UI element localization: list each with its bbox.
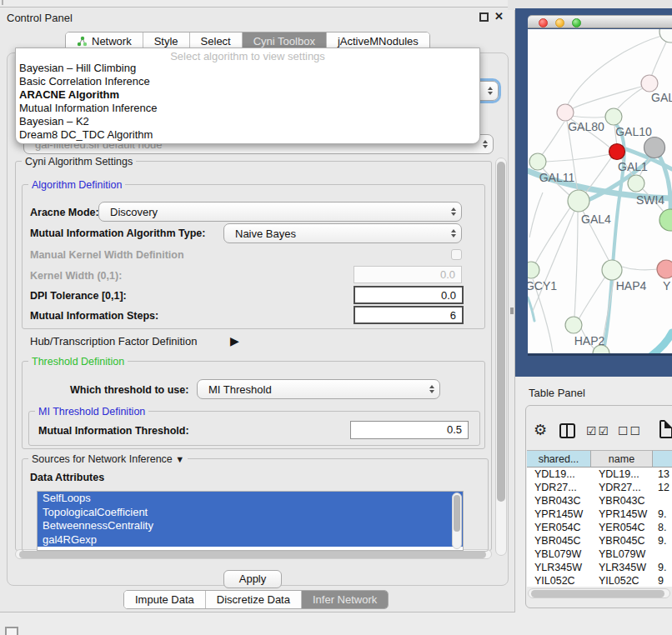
cell: YBR045C [591, 534, 653, 548]
dropdown-hint: Select algorithm to view settings [16, 50, 479, 62]
aracne-mode-combobox[interactable]: Discovery [98, 202, 462, 222]
table-body[interactable]: YDL19...YDL19...13 YDR27...YDR27...12 YB… [527, 468, 672, 587]
mi-algorithm-type-combobox[interactable]: Naive Bayes [223, 223, 462, 243]
column-header-shared-name[interactable]: shared... [527, 450, 591, 468]
tab-infer-network-label: Infer Network [313, 591, 377, 608]
screen: Control Panel ✕ Network Style Select Cyn… [0, 0, 672, 635]
node-hap2[interactable] [565, 317, 582, 333]
cell: YDR27... [591, 481, 653, 494]
table-row[interactable]: YBL079WYBL079W [527, 548, 672, 561]
combo-stepper-icon [478, 140, 493, 148]
collapse-arrow-icon[interactable]: ▼ [175, 454, 184, 464]
attribute-list-scrollbar[interactable] [452, 492, 462, 549]
table-row[interactable]: YIL052CYIL052C9 [527, 574, 672, 587]
hub-definition-label[interactable]: Hub/Transcription Factor Definition [30, 335, 197, 348]
dropdown-item[interactable]: Basic Correlation Inference [19, 75, 150, 88]
table-row[interactable]: YER054CYER054C8. [527, 521, 672, 534]
node-gal80[interactable] [557, 104, 574, 121]
column-header-partial[interactable] [653, 450, 672, 468]
column-header-name[interactable]: name [591, 450, 653, 468]
bottom-left-partial-icon[interactable] [5, 627, 18, 635]
manual-kernel-width-checkbox[interactable] [451, 249, 462, 260]
data-attributes-label: Data Attributes [30, 472, 104, 483]
table-row[interactable]: YLR345WYLR345W9. [527, 561, 672, 574]
mi-threshold-label: Mutual Information Threshold: [38, 425, 189, 437]
gear-icon[interactable]: ⚙ [534, 421, 547, 439]
node-label: HAP2 [574, 334, 605, 348]
list-item[interactable]: SelfLoops [38, 492, 463, 506]
table-row[interactable]: YBR043CYBR043C [527, 494, 672, 508]
mi-type-label: Mutual Information Algorithm Type: [30, 228, 205, 239]
list-item[interactable]: gal4RGexp [38, 533, 463, 548]
scrollbar-thumb[interactable] [531, 590, 664, 598]
settings-vertical-scrollbar[interactable] [495, 158, 507, 556]
import-table-icon[interactable] [659, 420, 672, 438]
dropdown-item[interactable]: Dream8 DC_TDC Algorithm [19, 128, 153, 141]
float-panel-icon[interactable] [479, 12, 489, 22]
zoom-traffic-light-icon[interactable] [572, 18, 581, 28]
scrollbar-thumb[interactable] [454, 495, 460, 532]
node-gcy1[interactable] [528, 262, 539, 278]
network-heavy-edges [528, 123, 672, 353]
mi-threshold-field[interactable]: 0.5 [350, 421, 469, 439]
data-attributes-list[interactable]: SelfLoops TopologicalCoefficient Between… [37, 491, 464, 551]
select-all-checkbox-icon[interactable]: ☑☑ [586, 424, 610, 438]
table-horizontal-scrollbar[interactable] [528, 588, 670, 598]
manual-kernel-width-label: Manual Kernel Width Definition [30, 249, 184, 261]
list-item[interactable]: TopologicalCoefficient [38, 506, 463, 520]
node-label: Y [663, 279, 671, 292]
cell: YPR145W [527, 508, 591, 521]
splitter-handle[interactable] [510, 308, 514, 314]
node-salmon[interactable] [657, 260, 672, 278]
aracne-mode-label: Aracne Mode: [30, 207, 99, 218]
deselect-all-checkbox-icon[interactable]: ☐☐ [618, 424, 642, 438]
close-traffic-light-icon[interactable] [539, 18, 548, 28]
cell: YBR043C [591, 494, 653, 508]
cell: YDR27... [527, 481, 591, 494]
combo-stepper-icon [446, 229, 461, 238]
tab-discretize-data[interactable]: Discretize Data [205, 591, 301, 608]
dropdown-item-selected[interactable]: ARACNE Algorithm [19, 88, 119, 101]
node-gal11[interactable] [529, 153, 546, 170]
dropdown-item[interactable]: Bayesian – K2 [19, 115, 89, 128]
node-partial-top[interactable] [659, 29, 672, 42]
table-row[interactable]: YPR145WYPR145W9. [527, 508, 672, 521]
node-bright-green[interactable] [659, 209, 672, 231]
scrollbar-thumb[interactable] [497, 162, 505, 502]
dropdown-item[interactable]: Bayesian – Hill Climbing [19, 62, 136, 74]
combo-stepper-icon [424, 385, 439, 393]
close-icon[interactable]: ✕ [494, 10, 504, 22]
split-panel-icon[interactable] [559, 423, 575, 438]
mi-steps-field[interactable]: 6 [354, 306, 464, 324]
expand-arrow-icon[interactable]: ▶ [230, 334, 239, 348]
table-row[interactable]: YBR045CYBR045C9. [527, 534, 672, 548]
node-label: GAL10 [615, 125, 652, 138]
scrollbar-thumb[interactable] [19, 551, 486, 558]
apply-button[interactable]: Apply [223, 570, 282, 588]
list-item[interactable]: BetweennessCentrality [38, 519, 463, 533]
dpi-tolerance-field[interactable]: 0.0 [354, 286, 464, 304]
node-gal1[interactable] [628, 175, 644, 192]
node-gal4[interactable] [568, 190, 589, 212]
network-view-canvas[interactable]: GAL GAL80 GAL10 GAL1 GAL11 SWI4 GAL4 GCY… [528, 29, 672, 353]
node-gal-top[interactable] [641, 75, 658, 92]
dropdown-item[interactable]: Mutual Information Inference [19, 102, 157, 114]
tab-impute-data[interactable]: Impute Data [124, 591, 205, 608]
node-gray[interactable] [644, 138, 665, 158]
network-window-titlebar[interactable] [528, 15, 672, 28]
table-row[interactable]: YDR27...YDR27...12 [527, 481, 672, 494]
node-selected-red[interactable] [609, 144, 625, 160]
which-threshold-combobox[interactable]: MI Threshold [197, 379, 440, 399]
node-gal10[interactable] [605, 108, 622, 125]
mi-threshold-group-title: MI Threshold Definition [35, 406, 148, 418]
node-label: SWI4 [636, 193, 664, 207]
network-graph: GAL GAL80 GAL10 GAL1 GAL11 SWI4 GAL4 GCY… [528, 29, 672, 353]
cell: YLR345W [527, 561, 591, 574]
table-row[interactable]: YDL19...YDL19...13 [527, 468, 672, 481]
tab-infer-network[interactable]: Infer Network [301, 591, 388, 608]
mi-type-value: Naive Bayes [224, 228, 446, 240]
node-hap4[interactable] [602, 260, 622, 280]
minimize-traffic-light-icon[interactable] [555, 18, 564, 28]
tab-impute-data-label: Impute Data [135, 591, 194, 608]
kernel-width-field[interactable]: 0.0 [354, 266, 462, 283]
